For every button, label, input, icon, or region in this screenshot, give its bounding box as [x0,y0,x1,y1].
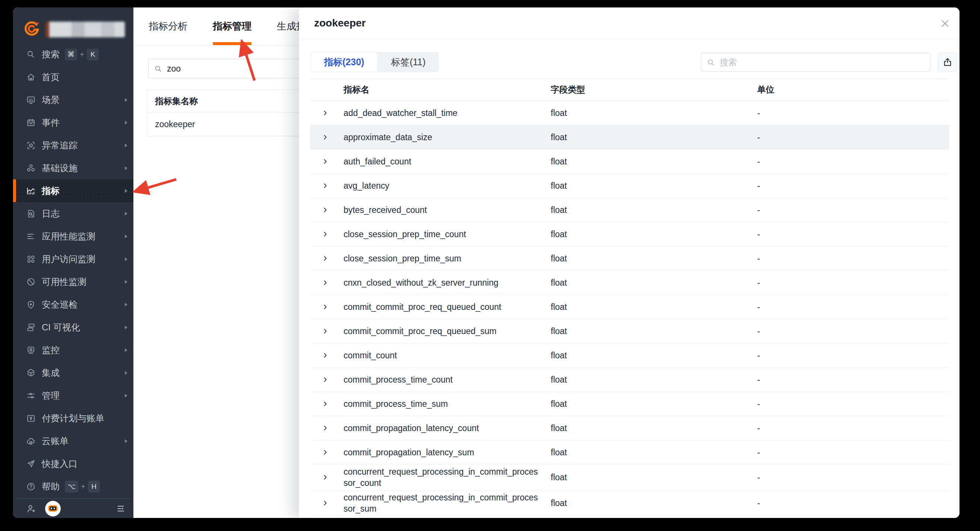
sidebar-item-search[interactable]: 搜索 ⌘+K [13,43,134,65]
chevron-right-icon[interactable] [310,499,344,507]
search-icon [154,64,162,73]
chevron-right-icon[interactable] [310,400,344,408]
metric-name: close_session_prep_time_count [344,227,551,241]
drawer-header: zookeeper [299,8,959,39]
drawer-tab-switch: 指标(230) 标签(11) [310,52,439,72]
sidebar-item-metrics[interactable]: 指标 [13,179,134,202]
export-icon [942,57,953,67]
metric-row[interactable]: bytes_received_count float - [310,198,949,222]
sidebar-item-home[interactable]: 首页 [13,65,134,88]
user-add-icon[interactable] [26,504,37,514]
sidebar-item-infrastructure[interactable]: 基础设施 [13,156,134,179]
metric-set-search-input[interactable] [167,64,321,74]
metric-row[interactable]: avg_latency float - [310,174,949,198]
chevron-right-icon[interactable] [310,375,344,384]
metric-unit: - [757,351,949,360]
chevron-right-icon[interactable] [310,182,344,190]
expand-arrow-icon [125,325,127,329]
expand-arrow-icon [125,257,127,261]
shortcut-keys: ⌥+H [65,481,100,493]
top-tab-metric-manage[interactable]: 指标管理 [210,8,254,45]
metric-row[interactable]: approximate_data_size float - [310,125,949,150]
metric-row[interactable]: close_session_prep_time_sum float - [310,247,949,271]
sidebar-item-cloud-bill[interactable]: 云账单 [13,430,134,452]
metric-row[interactable]: add_dead_watcher_stall_time float - [310,101,949,125]
metric-name: commit_process_time_count [344,373,551,387]
sidebar-item-availability[interactable]: 可用性监测 [13,270,134,293]
chevron-right-icon[interactable] [310,327,344,335]
export-button[interactable] [938,53,957,72]
metric-row[interactable]: commit_propagation_latency_count float - [310,416,949,440]
chevron-right-icon[interactable] [310,279,344,287]
chevron-right-icon[interactable] [310,473,344,482]
col-field-type: 字段类型 [551,84,757,96]
metric-row[interactable]: close_session_prep_time_count float - [310,222,949,247]
kbd-key: K [87,48,99,61]
chevron-right-icon[interactable] [310,133,344,141]
sidebar-item-help[interactable]: 帮助 ⌥+H [13,475,134,498]
metric-row[interactable]: commit_process_time_count float - [310,368,949,392]
search-icon [706,58,715,67]
sidebar-item-quick-entry[interactable]: 快捷入口 [13,452,134,475]
metric-name: avg_latency [344,179,551,193]
chevron-right-icon[interactable] [310,109,344,117]
sidebar-item-scene[interactable]: 场景 [13,88,134,111]
chevron-right-icon[interactable] [310,230,344,238]
ai-assistant-avatar[interactable] [45,501,61,517]
metric-row[interactable]: cnxn_closed_without_zk_server_running fl… [310,271,949,295]
app-window: 搜索 ⌘+K 首页 场景 [13,8,959,518]
metric-name: add_dead_watcher_stall_time [344,106,551,120]
chevron-right-icon[interactable] [310,206,344,214]
sidebar-item-billing[interactable]: 付费计划与账单 [13,407,134,430]
sidebar-item-event[interactable]: 事件 [13,111,134,134]
expand-arrow-icon [125,280,127,284]
metric-name: bytes_received_count [344,203,551,217]
metric-unit: - [757,132,949,142]
close-icon[interactable] [939,18,951,29]
metric-unit: - [757,205,949,215]
sidebar-item-apm[interactable]: 应用性能监测 [13,225,134,247]
collapse-sidebar-icon[interactable] [116,504,126,514]
metric-type: float [551,181,757,191]
drawer-tab-labels[interactable]: 标签(11) [377,52,439,72]
metric-type: float [551,254,757,264]
metric-type: float [551,423,757,433]
metric-unit: - [757,448,949,458]
sidebar-item-rum[interactable]: 用户访问监测 [13,247,134,270]
sidebar-item-manage[interactable]: 管理 [13,384,134,407]
metric-row[interactable]: commit_count float - [310,343,949,368]
sidebar-item-integration[interactable]: 集成 [13,361,134,384]
metric-name: approximate_data_size [344,130,551,144]
metric-unit: - [757,108,949,118]
chevron-right-icon[interactable] [310,351,344,359]
chevron-right-icon[interactable] [310,254,344,263]
sidebar-item-monitor[interactable]: 监控 [13,339,134,361]
drawer-tab-metrics[interactable]: 指标(230) [310,52,377,72]
chevron-right-icon[interactable] [310,157,344,166]
metric-row[interactable]: commit_process_time_sum float - [310,392,949,416]
metric-row[interactable]: auth_failed_count float - [310,150,949,174]
chevron-right-icon[interactable] [310,303,344,311]
sidebar-item-security-check[interactable]: 安全巡检 [13,293,134,316]
workspace-name-redacted[interactable] [45,22,125,37]
metric-row[interactable]: commit_commit_proc_req_queued_sum float … [310,319,949,343]
screenshot-frame: 搜索 ⌘+K 首页 场景 [0,0,980,531]
metric-type: float [551,302,757,312]
drawer-search-input[interactable] [719,57,925,67]
top-tab-metric-analysis[interactable]: 指标分析 [146,8,190,45]
logo-row [23,20,125,39]
sidebar-item-error-tracking[interactable]: 异常追踪 [13,134,134,156]
metric-row[interactable]: concurrent_request_processing_in_commit_… [310,465,949,490]
sidebar-item-ci-visual[interactable]: CI 可视化 [13,316,134,339]
chevron-right-icon[interactable] [310,424,344,432]
metric-row[interactable]: commit_propagation_latency_sum float - [310,440,949,465]
metric-row[interactable]: concurrent_request_processing_in_commit_… [310,490,949,516]
metric-type: float [551,108,757,118]
sidebar-item-logs[interactable]: 日志 [13,202,134,225]
metric-row[interactable]: commit_commit_proc_req_queued_count floa… [310,295,949,319]
expand-arrow-icon [125,303,127,306]
metric-unit: - [757,302,949,312]
metric-unit: - [757,326,949,336]
drawer-search[interactable] [701,53,931,72]
chevron-right-icon[interactable] [310,448,344,456]
